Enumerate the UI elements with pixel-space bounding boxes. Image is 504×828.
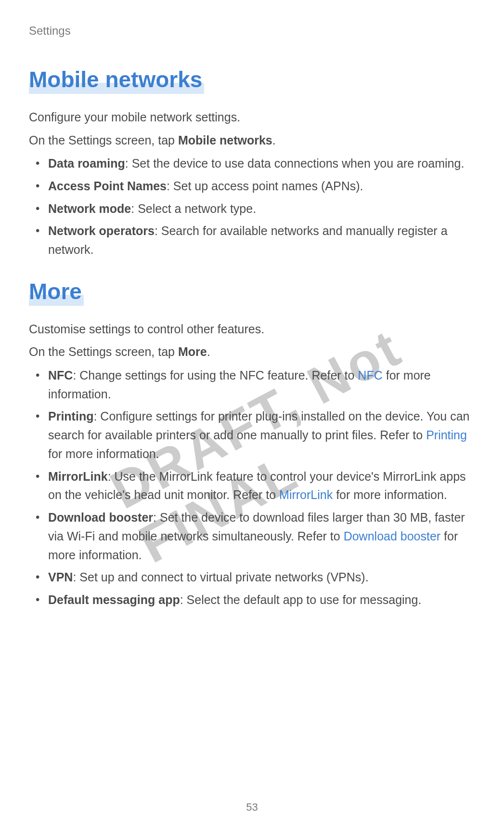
item-label: Printing xyxy=(48,409,93,423)
instruction-suffix: . xyxy=(272,133,276,147)
section-title-mobile-networks: Mobile networks xyxy=(29,66,204,94)
list-item: MirrorLink: Use the MirrorLink feature t… xyxy=(29,467,475,505)
more-intro: Customise settings to control other feat… xyxy=(29,320,475,339)
instruction-prefix: On the Settings screen, tap xyxy=(29,133,178,147)
list-item: NFC: Change settings for using the NFC f… xyxy=(29,366,475,404)
list-item: Download booster: Set the device to down… xyxy=(29,508,475,564)
list-item: Data roaming: Set the device to use data… xyxy=(29,154,475,173)
item-desc: : Set up access point names (APNs). xyxy=(167,179,363,193)
list-item: Printing: Configure settings for printer… xyxy=(29,407,475,463)
item-label: VPN xyxy=(48,570,73,584)
item-desc-before: : Change settings for using the NFC feat… xyxy=(73,368,358,382)
list-item: Network operators: Search for available … xyxy=(29,222,475,259)
item-label: MirrorLink xyxy=(48,470,108,483)
instruction-target: Mobile networks xyxy=(178,133,272,147)
item-desc: : Set the device to use data connections… xyxy=(125,157,465,170)
item-label: NFC xyxy=(48,368,73,382)
item-link-mirrorlink[interactable]: MirrorLink xyxy=(279,488,333,501)
list-item: Default messaging app: Select the defaul… xyxy=(29,591,475,609)
item-label: Download booster xyxy=(48,511,153,524)
instruction-target: More xyxy=(178,345,207,358)
item-desc: : Select the default app to use for mess… xyxy=(180,593,422,606)
item-label: Data roaming xyxy=(48,157,125,170)
more-instruction: On the Settings screen, tap More. xyxy=(29,343,475,361)
item-desc-before: : Configure settings for printer plug-in… xyxy=(48,409,469,442)
section-title-more: More xyxy=(29,278,84,306)
document-page: DRAFT, Not FINAL Settings Mobile network… xyxy=(0,0,504,828)
item-desc: : Set up and connect to virtual private … xyxy=(73,570,368,584)
page-number: 53 xyxy=(0,801,504,814)
item-label: Network operators xyxy=(48,224,155,237)
item-label: Default messaging app xyxy=(48,593,180,606)
list-item: Access Point Names: Set up access point … xyxy=(29,177,475,196)
mobile-networks-intro: Configure your mobile network settings. xyxy=(29,108,475,127)
item-desc-after: for more information. xyxy=(333,488,447,501)
list-item: VPN: Set up and connect to virtual priva… xyxy=(29,568,475,587)
page-header-title: Settings xyxy=(29,24,475,38)
item-label: Network mode xyxy=(48,202,131,215)
instruction-prefix: On the Settings screen, tap xyxy=(29,345,178,358)
mobile-networks-instruction: On the Settings screen, tap Mobile netwo… xyxy=(29,131,475,150)
item-link-printing[interactable]: Printing xyxy=(426,428,467,442)
page-content: Settings Mobile networks Configure your … xyxy=(29,24,475,609)
item-desc: : Select a network type. xyxy=(131,202,256,215)
item-link-nfc[interactable]: NFC xyxy=(358,368,382,382)
item-label: Access Point Names xyxy=(48,179,167,193)
list-item: Network mode: Select a network type. xyxy=(29,199,475,218)
mobile-networks-list: Data roaming: Set the device to use data… xyxy=(29,154,475,259)
instruction-suffix: . xyxy=(207,345,210,358)
item-desc-after: for more information. xyxy=(48,447,159,460)
item-link-download-booster[interactable]: Download booster xyxy=(344,529,441,543)
more-list: NFC: Change settings for using the NFC f… xyxy=(29,366,475,609)
